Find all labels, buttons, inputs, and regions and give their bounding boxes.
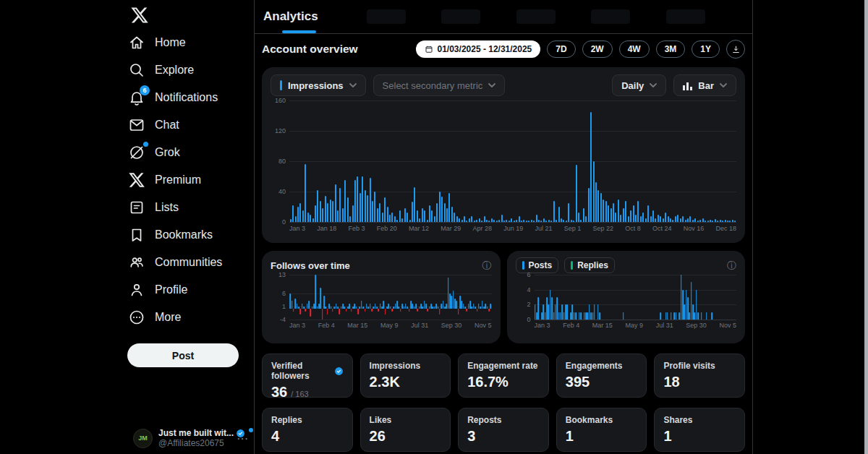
sidebar-item-explore[interactable]: Explore [127,56,242,84]
sidebar: Home Explore 6 Notifications Chat [0,0,255,454]
chart-bar [722,220,723,222]
scrollbar[interactable] [864,0,868,454]
chart-bar [359,307,361,309]
chart-bar [687,218,689,222]
posts-legend[interactable]: Posts [516,257,559,273]
download-button[interactable] [726,40,745,59]
secondary-metric-select[interactable]: Select secondary metric [373,74,506,96]
tab-placeholder[interactable] [666,9,705,24]
range-2w-button[interactable]: 2W [582,40,613,58]
chart-bar [680,218,681,222]
sidebar-item-notifications[interactable]: 6 Notifications [127,84,242,111]
chart-bar [550,290,551,320]
chart-bar [712,220,713,222]
chart-bar [303,307,305,309]
post-button[interactable]: Post [127,343,239,367]
chart-bar [536,215,537,223]
range-4w-button[interactable]: 4W [619,40,650,58]
chart-bar [317,307,318,309]
chart-bar [580,312,582,320]
sidebar-item-premium[interactable]: Premium [127,166,242,194]
tab-placeholder[interactable] [516,9,556,24]
stat-card-shares[interactable]: Shares1 [654,408,745,452]
chart-bar [711,312,712,320]
stat-card-engagement-rate[interactable]: Engagement rate16.7% [458,354,549,398]
sidebar-item-more[interactable]: More [127,304,242,331]
range-7d-button[interactable]: 7D [547,40,575,58]
x-tick-label: Nov 16 [684,225,705,232]
chart-bar [381,307,383,309]
x-tick-label: Jan 3 [289,322,305,329]
chart-type-select[interactable]: Bar [673,74,736,96]
x-axis: Jan 3Jan 18Feb 3Feb 20Mar 12Mar 29Apr 28… [289,225,736,232]
chart-bar [720,220,721,222]
chart-bar [289,294,291,309]
stat-suffix: / 163 [291,390,308,398]
chart-bar [463,304,464,309]
account-more-icon[interactable]: ··· [237,433,252,444]
sidebar-item-chat[interactable]: Chat [127,111,242,139]
info-icon[interactable]: ⓘ [482,261,492,270]
chart-bar [615,213,616,222]
stat-value: 1 [566,428,574,445]
replies-legend[interactable]: Replies [564,257,615,273]
stats-cards: Verified followers36/ 163Impressions2.3K… [262,354,745,452]
chart-bar [367,307,369,309]
chart-bar [292,205,294,222]
stat-card-engagements[interactable]: Engagements395 [556,354,647,398]
info-icon[interactable]: ⓘ [727,261,736,270]
communities-icon [127,253,146,272]
sidebar-item-bookmarks[interactable]: Bookmarks [127,221,242,249]
chart-bar [394,216,396,222]
granularity-select[interactable]: Daily [612,74,666,96]
stat-card-profile-visits[interactable]: Profile visits18 [654,354,745,398]
date-range-button[interactable]: 01/03/2025 - 12/31/2025 [416,40,541,58]
chart-bar [405,304,407,309]
chart-bar [444,307,446,309]
stat-card-bookmarks[interactable]: Bookmarks1 [556,408,647,452]
range-1y-button[interactable]: 1Y [692,40,720,58]
stat-value: 18 [663,374,679,390]
sidebar-item-profile[interactable]: Profile [127,276,242,304]
account-switcher[interactable]: JM Just me built wit... @Affiliates20675… [133,428,252,448]
chart-bar [458,309,459,314]
chart-type-label: Bar [698,80,714,91]
tab-placeholder[interactable] [591,9,630,24]
chart-bar [548,304,550,320]
chart-bar [572,304,574,320]
x-logo-icon[interactable] [130,6,149,25]
tab-placeholder[interactable] [441,9,480,24]
stat-card-impressions[interactable]: Impressions2.3K [360,354,451,398]
x-tick-label: Oct 8 [625,225,641,232]
plot-area [289,275,492,320]
sidebar-item-grok[interactable]: Grok [127,139,242,166]
stat-card-likes[interactable]: Likes26 [360,408,451,452]
tab-placeholder[interactable] [367,9,406,24]
stat-card-verified-followers[interactable]: Verified followers36/ 163 [262,354,353,398]
stat-value: 16.7% [467,374,509,390]
chart-bar [635,215,637,223]
chart-bar [451,207,453,222]
stat-label: Engagement rate [467,361,537,371]
sidebar-item-home[interactable]: Home [127,29,242,56]
stat-card-reposts[interactable]: Reposts3 [458,408,549,452]
chart-bar [496,220,498,222]
gridline [289,222,736,223]
sidebar-item-lists[interactable]: Lists [127,194,242,221]
stat-label: Reposts [467,415,501,425]
account-handle: @Affiliates20675 [158,438,231,448]
chart-bar [373,307,374,309]
range-3m-button[interactable]: 3M [656,40,686,58]
chart-bar [686,290,687,320]
sidebar-item-communities[interactable]: Communities [127,249,242,276]
tab-analytics[interactable]: Analytics [262,0,320,33]
chart-bar [543,218,545,222]
chart-bar [320,201,321,222]
chart-bar [453,291,454,309]
chart-bar [443,301,444,309]
stat-card-replies[interactable]: Replies4 [262,408,353,452]
primary-metric-select[interactable]: Impressions [271,74,366,96]
chart-bar [430,304,432,309]
chart-bar [365,309,366,312]
chart-bar [326,307,327,309]
